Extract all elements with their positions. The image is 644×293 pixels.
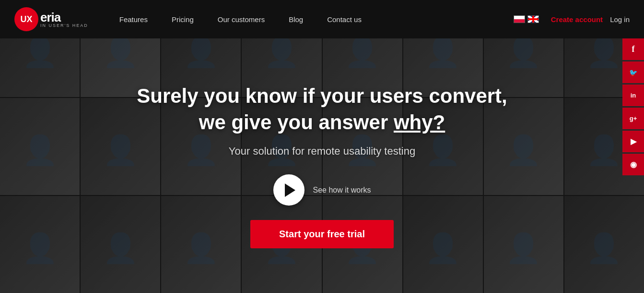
instagram-icon: ◉ — [630, 160, 637, 169]
login-button[interactable]: Log in — [610, 15, 630, 24]
logo-sub-text: IN USER'S HEAD — [40, 24, 88, 28]
flags — [514, 15, 539, 23]
hero-headline: Surely you know if your users convert, w… — [137, 83, 507, 135]
play-button[interactable] — [273, 174, 304, 206]
navbar: UX eria IN USER'S HEAD Features Pricing … — [0, 0, 644, 38]
social-instagram-button[interactable]: ◉ — [622, 154, 644, 175]
flag-pl[interactable] — [514, 15, 525, 23]
hero-content: Surely you know if your users convert, w… — [0, 38, 644, 293]
create-account-button[interactable]: Create account — [551, 15, 603, 24]
nav-right: Create account Log in — [514, 15, 630, 24]
nav-links: Features Pricing Our customers Blog Cont… — [107, 0, 514, 38]
play-row: See how it works — [273, 174, 371, 206]
nav-link-features[interactable]: Features — [107, 0, 160, 38]
social-sidebar: f 🐦 in g+ ▶ ◉ — [622, 38, 644, 175]
nav-link-pricing[interactable]: Pricing — [160, 0, 206, 38]
start-free-trial-button[interactable]: Start your free trial — [250, 220, 394, 248]
social-facebook-button[interactable]: f — [622, 38, 644, 60]
hero-why-text: why? — [394, 111, 445, 134]
hero-subtitle: Your solution for remote usability testi… — [229, 145, 415, 158]
logo-main-text: eria — [40, 11, 88, 24]
social-twitter-button[interactable]: 🐦 — [622, 61, 644, 83]
youtube-icon: ▶ — [631, 137, 636, 146]
twitter-icon: 🐦 — [629, 69, 637, 76]
nav-link-our-customers[interactable]: Our customers — [206, 0, 277, 38]
logo-circle: UX — [14, 7, 38, 31]
flag-uk[interactable] — [527, 15, 539, 23]
play-icon — [285, 183, 295, 197]
social-linkedin-button[interactable]: in — [622, 85, 644, 106]
facebook-icon: f — [632, 44, 635, 54]
see-how-label: See how it works — [313, 186, 371, 195]
social-youtube-button[interactable]: ▶ — [622, 131, 644, 152]
nav-link-contact-us[interactable]: Contact us — [315, 0, 374, 38]
nav-link-blog[interactable]: Blog — [277, 0, 315, 38]
logo[interactable]: UX eria IN USER'S HEAD — [14, 7, 88, 31]
logo-circle-text: UX — [20, 14, 32, 24]
linkedin-icon: in — [631, 92, 636, 99]
hero-section: Surely you know if your users convert, w… — [0, 0, 644, 293]
social-googleplus-button[interactable]: g+ — [622, 108, 644, 129]
googleplus-icon: g+ — [630, 115, 637, 122]
